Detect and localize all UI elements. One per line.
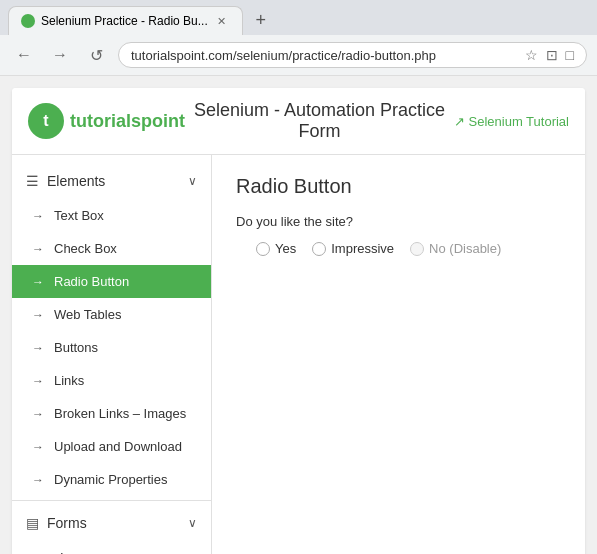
- radio-input-no: [410, 242, 424, 256]
- sidebar-item-web-tables[interactable]: → Web Tables: [12, 298, 211, 331]
- tab-title: Selenium Practice - Radio Bu...: [41, 14, 208, 28]
- reload-button[interactable]: ↺: [82, 41, 110, 69]
- site-header: t tutorialspoint Selenium - Automation P…: [12, 88, 585, 155]
- browser-chrome: Selenium Practice - Radio Bu... ✕ + ← → …: [0, 0, 597, 76]
- section-label-forms: ▤ Forms: [26, 515, 87, 531]
- radio-option-yes[interactable]: Yes: [256, 241, 296, 256]
- url-text: tutorialspoint.com/selenium/practice/rad…: [131, 48, 436, 63]
- arrow-icon: →: [32, 275, 44, 289]
- item-label: Buttons: [54, 340, 98, 355]
- radio-group: Yes Impressive No (Disable): [236, 241, 561, 256]
- item-label: Check Box: [54, 241, 117, 256]
- radio-option-no: No (Disable): [410, 241, 501, 256]
- item-label: Dynamic Properties: [54, 472, 167, 487]
- logo-suffix: point: [141, 111, 185, 131]
- sidebar-section-alerts[interactable]: 🔔 Alerts, Frames & Windows ∨: [12, 541, 211, 554]
- account-icon[interactable]: □: [566, 47, 574, 63]
- item-label: Links: [54, 373, 84, 388]
- sidebar-item-radio-button[interactable]: → Radio Button: [12, 265, 211, 298]
- logo-text: tutorialspoint: [70, 111, 185, 132]
- elements-chevron: ∨: [188, 174, 197, 188]
- arrow-icon: →: [32, 242, 44, 256]
- radio-label-impressive: Impressive: [331, 241, 394, 256]
- page-wrapper: t tutorialspoint Selenium - Automation P…: [12, 88, 585, 554]
- item-label: Text Box: [54, 208, 104, 223]
- url-icons: ☆ ⊡ □: [525, 47, 574, 63]
- arrow-icon: →: [32, 374, 44, 388]
- radio-option-impressive[interactable]: Impressive: [312, 241, 394, 256]
- arrow-icon: →: [32, 308, 44, 322]
- divider: [12, 500, 211, 501]
- arrow-icon: →: [32, 209, 44, 223]
- sidebar-section-forms[interactable]: ▤ Forms ∨: [12, 505, 211, 541]
- arrow-icon: →: [32, 440, 44, 454]
- arrow-icon: →: [32, 473, 44, 487]
- extensions-icon[interactable]: ⊡: [546, 47, 558, 63]
- sidebar: ☰ Elements ∨ → Text Box → Check Box → Ra…: [12, 155, 212, 554]
- page-title: Selenium - Automation Practice Form: [185, 100, 454, 142]
- content-title: Radio Button: [236, 175, 561, 198]
- sidebar-item-buttons[interactable]: → Buttons: [12, 331, 211, 364]
- tab-favicon: [21, 14, 35, 28]
- item-label: Broken Links – Images: [54, 406, 186, 421]
- item-label: Upload and Download: [54, 439, 182, 454]
- url-bar[interactable]: tutorialspoint.com/selenium/practice/rad…: [118, 42, 587, 68]
- section-label-elements: ☰ Elements: [26, 173, 105, 189]
- sidebar-item-upload-download[interactable]: → Upload and Download: [12, 430, 211, 463]
- address-bar: ← → ↺ tutorialspoint.com/selenium/practi…: [0, 35, 597, 75]
- main-area: ☰ Elements ∨ → Text Box → Check Box → Ra…: [12, 155, 585, 554]
- item-label: Web Tables: [54, 307, 121, 322]
- forms-icon: ▤: [26, 515, 39, 531]
- sidebar-item-dynamic-properties[interactable]: → Dynamic Properties: [12, 463, 211, 496]
- logo-circle: t: [28, 103, 64, 139]
- active-tab[interactable]: Selenium Practice - Radio Bu... ✕: [8, 6, 243, 35]
- question-text: Do you like the site?: [236, 214, 561, 229]
- forward-button[interactable]: →: [46, 41, 74, 69]
- sidebar-item-text-box[interactable]: → Text Box: [12, 199, 211, 232]
- logo-area: t tutorialspoint: [28, 103, 185, 139]
- radio-input-yes[interactable]: [256, 242, 270, 256]
- forms-label: Forms: [47, 515, 87, 531]
- radio-input-impressive[interactable]: [312, 242, 326, 256]
- arrow-icon: →: [32, 341, 44, 355]
- elements-icon: ☰: [26, 173, 39, 189]
- content-area: Radio Button Do you like the site? Yes I…: [212, 155, 585, 554]
- item-label: Radio Button: [54, 274, 129, 289]
- arrow-icon: →: [32, 407, 44, 421]
- bookmark-icon[interactable]: ☆: [525, 47, 538, 63]
- logo-brand: tutorials: [70, 111, 141, 131]
- sidebar-item-check-box[interactable]: → Check Box: [12, 232, 211, 265]
- elements-label: Elements: [47, 173, 105, 189]
- tab-bar: Selenium Practice - Radio Bu... ✕ +: [0, 0, 597, 35]
- sidebar-item-broken-links[interactable]: → Broken Links – Images: [12, 397, 211, 430]
- forms-chevron: ∨: [188, 516, 197, 530]
- tutorial-link[interactable]: ↗ Selenium Tutorial: [454, 114, 569, 129]
- radio-label-no: No (Disable): [429, 241, 501, 256]
- sidebar-item-links[interactable]: → Links: [12, 364, 211, 397]
- logo-initial: t: [43, 112, 48, 130]
- back-button[interactable]: ←: [10, 41, 38, 69]
- sidebar-section-elements[interactable]: ☰ Elements ∨: [12, 163, 211, 199]
- new-tab-button[interactable]: +: [247, 7, 275, 35]
- tab-close-button[interactable]: ✕: [214, 13, 230, 29]
- radio-label-yes: Yes: [275, 241, 296, 256]
